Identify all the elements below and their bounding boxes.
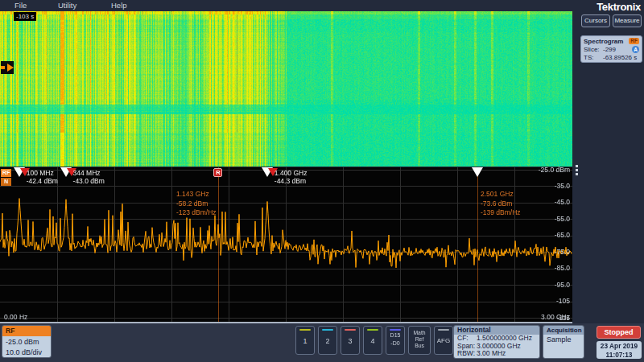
y-axis-label: -75.0 <box>555 249 570 256</box>
y-axis-label: -105 <box>556 298 570 305</box>
channel-color-chip <box>390 329 401 331</box>
rf-reflevel-value: -25.0 dBm <box>6 337 51 348</box>
panel-grip-handle[interactable] <box>573 163 580 178</box>
rf-normal-trace-label: N <box>1 178 11 186</box>
channel-label: 1 <box>303 337 307 345</box>
acquisition-panel[interactable]: Acquisition Sample <box>543 325 584 359</box>
marker-triangle-icon <box>60 167 72 177</box>
channel-label: 2 <box>325 337 329 345</box>
date-label: 23 Apr 2019 <box>597 342 642 351</box>
acquisition-panel-title: Acquisition <box>543 326 584 335</box>
y-axis-label: -45.0 <box>555 199 570 206</box>
channel-color-chip <box>299 329 311 331</box>
menu-utility[interactable]: Utility <box>55 0 80 11</box>
x-axis-start-label: 0.00 Hz <box>4 313 27 321</box>
math-ref-bus-label: Ref <box>415 336 424 343</box>
spectrogram-canvas[interactable] <box>0 11 572 167</box>
measure-button[interactable]: Measure <box>613 14 642 27</box>
channel-4-button[interactable]: 4 <box>363 326 382 355</box>
ts-label: TS: <box>584 54 603 61</box>
peak-annotation-1: 1.143 GHz-58.2 dBm-123 dBm/Hz <box>176 190 217 218</box>
math-ref-bus-label: Math <box>413 330 425 336</box>
menu-file[interactable]: File <box>11 0 30 11</box>
marker-readout: 1.400 GHz-44.3 dBm <box>275 169 308 185</box>
digital-label: -D0 <box>390 340 399 347</box>
marker-readout: 344 MHz-43.0 dBm <box>73 169 105 185</box>
x-axis-end-label: 3.00 GHz <box>541 313 570 321</box>
channel-label: 4 <box>370 337 374 345</box>
channel-3-button[interactable]: 3 <box>341 326 360 355</box>
run-stop-status[interactable]: Stopped <box>597 326 641 339</box>
slice-arrow-icon[interactable] <box>1 61 14 74</box>
channel-color-chip <box>322 329 333 331</box>
math-ref-bus-button[interactable]: MathRefBus <box>408 326 431 355</box>
rbw-label: RBW: <box>457 350 477 358</box>
cursor-a-badge: A <box>632 46 639 53</box>
channel-1-button[interactable]: 1 <box>295 326 315 355</box>
afg-button[interactable]: AFG <box>434 326 453 355</box>
cursor-a-marker[interactable] <box>472 167 483 177</box>
spectrogram-panel-title: Spectrogram <box>584 38 623 45</box>
ts-value: -63.89526 s <box>603 54 639 61</box>
rf-channel-badge[interactable]: RF N <box>1 169 11 186</box>
digital-label: D15 <box>390 332 401 339</box>
y-axis-label: -95.0 <box>555 282 570 289</box>
y-axis-label: -85.0 <box>555 265 570 272</box>
rf-settings-panel[interactable]: RF -25.0 dBm 10.0 dB/div <box>2 325 52 358</box>
acquisition-mode: Sample <box>543 335 584 358</box>
digital-d15-d0-button[interactable]: D15-D0 <box>386 326 405 355</box>
rf-badge-label: RF <box>1 169 11 177</box>
channel-label: 3 <box>348 337 352 345</box>
cf-value: 1.500000000 GHz <box>477 334 532 342</box>
rbw-value: 3.00 MHz <box>477 349 506 357</box>
slice-value: -299 <box>603 46 632 53</box>
tektronix-logo: Tektronix <box>597 1 641 13</box>
marker-triangle-icon <box>262 167 273 177</box>
span-value: 3.000000 GHz <box>477 342 521 350</box>
cursors-button[interactable]: Cursors <box>581 14 610 27</box>
y-axis-label: -35.0 <box>555 183 570 190</box>
reference-marker[interactable]: R <box>213 168 222 177</box>
right-panel: Tektronix Cursors Measure Spectrogram RF… <box>572 0 644 323</box>
menubar: FileUtilityHelp <box>0 0 572 11</box>
y-axis-label: -65.0 <box>555 232 570 239</box>
rf-panel-title: RF <box>2 326 51 336</box>
peak-annotation-2: 2.501 GHz-73.6 dBm-139 dBm/Hz <box>481 190 521 218</box>
channel-color-chip <box>367 329 378 331</box>
channel-color-chip <box>345 329 356 331</box>
datetime-panel[interactable]: 23 Apr 2019 11:07:13 <box>597 341 642 359</box>
marker-readout: 100 MHz-42.4 dBm <box>27 169 58 185</box>
channel-2-button[interactable]: 2 <box>318 326 337 355</box>
y-axis-label: -55.0 <box>555 216 570 223</box>
channel-label: AFG <box>437 337 450 344</box>
slice-label: Slice: <box>584 46 603 53</box>
time-label: 11:07:13 <box>597 351 642 360</box>
spectrogram-info-panel[interactable]: Spectrogram RF Slice: -299 A TS: -63.895… <box>580 35 642 63</box>
horizontal-panel[interactable]: Horizontal CF:1.500000000 GHz Span:3.000… <box>453 325 540 359</box>
menu-help[interactable]: Help <box>108 0 130 11</box>
bottom-bar: RF -25.0 dBm 10.0 dB/div 1234D15-D0MathR… <box>0 323 644 362</box>
marker-triangle-icon <box>14 167 25 177</box>
y-axis-label: -25.0 dBm <box>539 167 570 174</box>
math-ref-bus-label: Bus <box>415 343 424 349</box>
spectrum-display[interactable]: RF N -25.0 dBm-35.0-45.0-55.0-65.0-75.0-… <box>0 167 572 322</box>
spectrogram-display[interactable]: -103 s <box>0 11 572 167</box>
app-window: FileUtilityHelp Tektronix Cursors Measur… <box>0 0 644 362</box>
spectrogram-time-label: -103 s <box>14 12 36 21</box>
rf-scale-value: 10.0 dB/div <box>6 348 51 358</box>
channel-color-chip <box>438 329 449 331</box>
rf-source-badge: RF <box>629 38 639 44</box>
